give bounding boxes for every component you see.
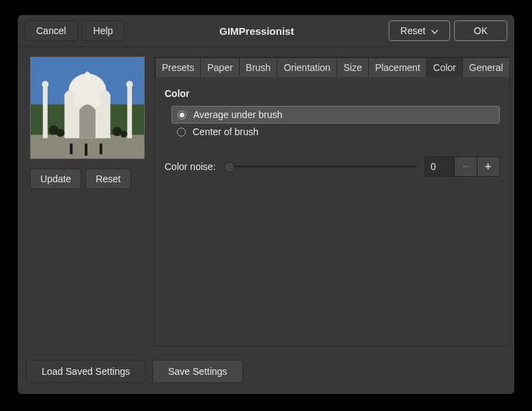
svg-rect-16	[70, 143, 72, 154]
tab-paper[interactable]: Paper	[200, 57, 239, 77]
svg-point-5	[84, 72, 91, 84]
cancel-button[interactable]: Cancel	[25, 20, 78, 41]
color-noise-slider[interactable]	[224, 165, 417, 168]
tab-panel: Presets Paper Brush Orientation Size Pla…	[154, 57, 510, 346]
svg-point-7	[100, 90, 111, 102]
tab-general[interactable]: General	[462, 57, 510, 77]
update-button[interactable]: Update	[30, 169, 81, 189]
color-noise-row: Color noise: − +	[165, 156, 500, 177]
color-noise-label: Color noise:	[165, 161, 216, 172]
left-column: Update Reset	[30, 57, 145, 346]
ok-button[interactable]: OK	[454, 20, 507, 41]
radio-label: Average under brush	[193, 109, 283, 120]
tab-color[interactable]: Color	[426, 57, 462, 77]
reset-menu-button[interactable]: Reset	[389, 20, 449, 41]
tab-size[interactable]: Size	[337, 57, 369, 77]
dialog-title: GIMPressionist	[128, 25, 384, 37]
svg-point-6	[64, 90, 75, 102]
dialog-footer: Load Saved Settings Save Settings	[18, 353, 514, 394]
tab-placement[interactable]: Placement	[368, 57, 427, 77]
load-settings-button[interactable]: Load Saved Settings	[26, 360, 145, 383]
tab-content-color: Color Average under brush Center of brus…	[155, 77, 509, 345]
svg-rect-10	[127, 85, 132, 138]
dialog-header: Cancel Help GIMPressionist Reset OK	[18, 15, 514, 47]
preview-buttons: Update Reset	[30, 169, 131, 189]
chevron-down-icon	[431, 25, 438, 36]
preview-image	[30, 57, 145, 159]
radio-center-of-brush[interactable]: Center of brush	[171, 124, 500, 140]
svg-rect-18	[100, 143, 102, 154]
tab-orientation[interactable]: Orientation	[277, 57, 337, 77]
section-title: Color	[165, 88, 500, 99]
help-button[interactable]: Help	[82, 20, 125, 41]
tab-brush[interactable]: Brush	[239, 57, 278, 77]
dialog-body: Update Reset Presets Paper Brush Orienta…	[18, 47, 514, 353]
svg-point-14	[113, 127, 122, 137]
reset-label: Reset	[400, 25, 425, 36]
svg-rect-17	[85, 143, 87, 156]
slider-thumb[interactable]	[224, 162, 235, 173]
tab-presets[interactable]: Presets	[155, 57, 201, 77]
radio-icon	[177, 128, 186, 137]
radio-icon	[178, 111, 186, 119]
minus-icon: −	[462, 160, 468, 173]
save-settings-button[interactable]: Save Settings	[152, 360, 242, 383]
plus-icon: +	[485, 160, 491, 173]
color-noise-spinner: − +	[425, 156, 500, 177]
svg-point-15	[120, 131, 127, 138]
tab-bar: Presets Paper Brush Orientation Size Pla…	[155, 57, 509, 77]
radio-label: Center of brush	[193, 126, 259, 137]
svg-point-13	[57, 129, 65, 137]
spin-minus-button[interactable]: −	[454, 156, 477, 177]
svg-rect-8	[43, 85, 48, 138]
svg-point-11	[126, 81, 133, 88]
spin-plus-button[interactable]: +	[477, 156, 500, 177]
svg-point-9	[42, 81, 48, 88]
preview-reset-button[interactable]: Reset	[85, 169, 131, 189]
gimpressionist-dialog: Cancel Help GIMPressionist Reset OK	[18, 15, 514, 394]
color-noise-input[interactable]	[425, 156, 455, 177]
radio-average-under-brush[interactable]: Average under brush	[171, 106, 500, 124]
